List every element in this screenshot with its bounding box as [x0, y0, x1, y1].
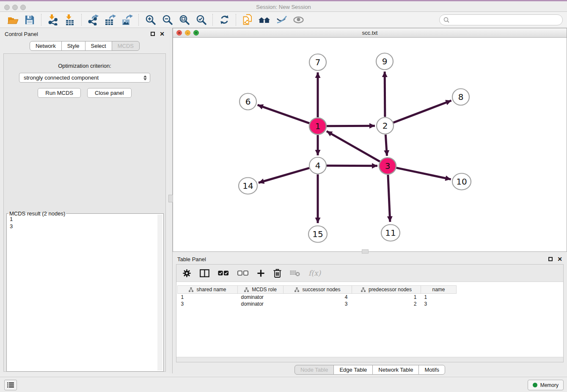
search-input[interactable] — [451, 17, 559, 23]
tab-motifs[interactable]: Motifs — [418, 365, 445, 375]
graph-edge-2-8[interactable] — [394, 101, 451, 123]
zoom-in-button[interactable] — [142, 13, 159, 27]
graph-node-1[interactable]: 1 — [309, 118, 326, 135]
net-minimize-button[interactable]: − — [185, 30, 190, 36]
tab-style[interactable]: Style — [61, 41, 85, 51]
clone-network-icon — [242, 14, 253, 25]
tab-network-table[interactable]: Network Table — [372, 365, 419, 375]
graph-node-7[interactable]: 7 — [309, 54, 326, 71]
tab-select[interactable]: Select — [85, 41, 112, 51]
table-row[interactable]: 3dominator323 — [178, 301, 457, 307]
tab-node-table[interactable]: Node Table — [295, 365, 334, 375]
graph-node-6[interactable]: 6 — [239, 94, 256, 110]
close-panel-icon[interactable]: ✕ — [160, 31, 165, 37]
svg-text:2: 2 — [383, 121, 388, 131]
column-header-shared-name[interactable]: shared name — [178, 286, 238, 294]
node-table-area: shared name MCDS role successor nodes — [176, 282, 563, 357]
tab-edge-table[interactable]: Edge Table — [333, 365, 373, 375]
run-mcds-button[interactable]: Run MCDS — [38, 88, 81, 98]
memory-label: Memory — [540, 382, 559, 388]
graph-node-4[interactable]: 4 — [309, 157, 326, 174]
select-all-button[interactable] — [218, 271, 229, 276]
table-row[interactable]: 1dominator411 — [178, 294, 457, 301]
graph-edge-2-3[interactable] — [385, 135, 387, 156]
destroy-view-button[interactable] — [273, 13, 290, 27]
zoom-out-button[interactable] — [159, 13, 176, 27]
clone-network-button[interactable] — [239, 13, 256, 27]
table-bottom-strip — [176, 357, 563, 362]
control-panel-tabs: Network Style Select MCDS — [0, 41, 169, 51]
criterion-select[interactable]: strongly connected component — [19, 73, 150, 83]
vertical-splitter-grip[interactable] — [168, 195, 173, 202]
close-panel-button[interactable]: Close panel — [87, 88, 132, 98]
table-toolbar: f(x) — [176, 265, 563, 282]
memory-button[interactable]: Memory — [528, 380, 564, 390]
zoom-fit-button[interactable] — [176, 13, 193, 27]
save-session-button[interactable] — [21, 13, 38, 27]
graph-edge-3-10[interactable] — [396, 168, 451, 179]
control-panel-header: Control Panel ✕ — [0, 28, 169, 40]
column-header-name[interactable]: name — [421, 286, 457, 294]
graph-node-9[interactable]: 9 — [376, 53, 393, 70]
tab-network[interactable]: Network — [30, 41, 62, 51]
export-network-button[interactable] — [85, 13, 102, 27]
zoom-out-icon — [162, 14, 173, 25]
graph-node-14[interactable]: 14 — [239, 178, 257, 194]
delete-table-icon — [290, 270, 300, 276]
add-row-button[interactable] — [257, 269, 265, 277]
column-header-mcds-role[interactable]: MCDS role — [238, 286, 284, 294]
graph-node-2[interactable]: 2 — [377, 118, 394, 134]
net-maximize-button[interactable]: + — [193, 30, 199, 36]
function-builder-button: f(x) — [308, 269, 321, 277]
control-panel-title: Control Panel — [5, 31, 38, 37]
graph-edge-1-2[interactable] — [327, 126, 375, 126]
network-canvas-svg[interactable]: 7968124314101511 — [173, 38, 567, 251]
import-network-button[interactable] — [44, 13, 61, 27]
result-scrollbar[interactable] — [157, 215, 162, 370]
horizontal-splitter-grip[interactable] — [362, 249, 369, 254]
refresh-icon — [219, 14, 230, 25]
graph-edge-3-1[interactable] — [327, 131, 380, 162]
show-all-networks-button[interactable] — [256, 13, 273, 27]
graph-node-10[interactable]: 10 — [452, 174, 471, 190]
select-stepper-icon — [143, 75, 147, 80]
show-column-button[interactable] — [200, 269, 209, 277]
graph-node-3[interactable]: 3 — [379, 158, 396, 174]
column-header-successor-nodes[interactable]: successor nodes — [284, 286, 352, 294]
graph-edge-1-6[interactable] — [258, 105, 310, 123]
network-canvas[interactable]: 7968124314101511 — [173, 38, 567, 251]
table-settings-button[interactable] — [182, 269, 191, 278]
delete-rows-button[interactable] — [273, 268, 281, 278]
task-list-icon — [7, 382, 14, 388]
graph-edge-3-11[interactable] — [388, 175, 390, 222]
column-header-predecessor-nodes[interactable]: predecessor nodes — [352, 286, 421, 294]
open-file-button[interactable] — [4, 13, 21, 27]
search-box[interactable] — [439, 14, 563, 25]
toolbar-separator — [212, 14, 213, 26]
graph-node-15[interactable]: 15 — [308, 226, 327, 243]
apply-layout-button[interactable] — [216, 13, 233, 27]
float-panel-icon[interactable] — [151, 32, 155, 36]
save-icon — [25, 15, 35, 25]
graph-edge-4-14[interactable] — [259, 168, 309, 183]
export-image-icon — [121, 14, 133, 25]
graph-node-8[interactable]: 8 — [452, 89, 469, 105]
close-table-panel-icon[interactable]: ✕ — [557, 256, 562, 262]
import-table-button[interactable] — [61, 13, 78, 27]
column-type-icon — [189, 287, 193, 292]
tab-mcds[interactable]: MCDS — [112, 41, 140, 51]
net-close-button[interactable]: ✕ — [176, 30, 182, 36]
graph-node-11[interactable]: 11 — [381, 225, 400, 241]
show-view-button[interactable] — [290, 13, 307, 27]
export-image-button[interactable] — [118, 13, 135, 27]
main-toolbar — [0, 12, 567, 28]
graph-edge-4-3[interactable] — [327, 166, 377, 166]
task-history-button[interactable] — [4, 380, 17, 390]
deselect-all-button[interactable] — [237, 271, 248, 276]
graph-edge-2-9[interactable] — [385, 72, 385, 117]
zoom-selected-button[interactable] — [193, 13, 209, 27]
table-panel: Table Panel ✕ — [173, 253, 567, 375]
export-table-button[interactable] — [102, 13, 118, 27]
toolbar-separator — [81, 14, 82, 26]
float-table-panel-icon[interactable] — [548, 257, 553, 261]
